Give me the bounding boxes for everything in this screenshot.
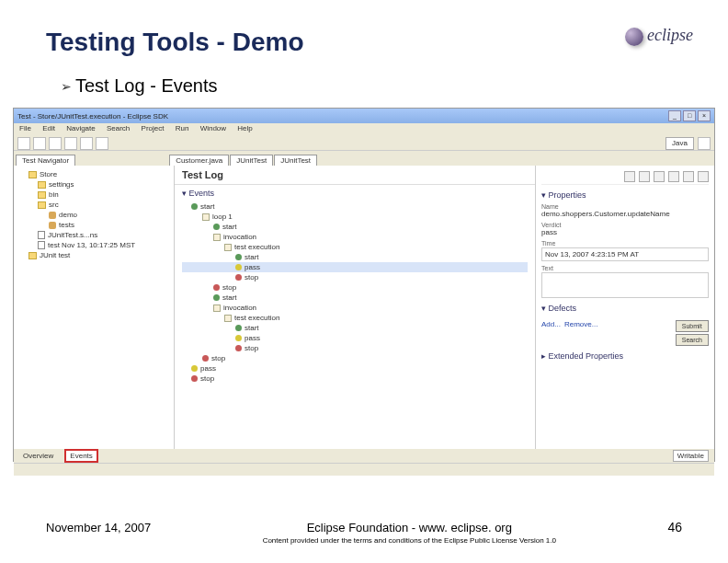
file-icon [38,231,45,239]
eclipse-screenshot: Test - Store/JUnitTest.execution - Eclip… [13,108,715,462]
toolbar-button[interactable] [49,137,62,150]
tab-item[interactable]: Test Navigator [16,155,75,166]
panel-icon[interactable] [639,171,650,182]
event-dot-icon [191,203,198,210]
tree-item[interactable]: demo [17,210,170,220]
event-item[interactable]: test execution [182,242,528,252]
time-label: Time [541,240,709,247]
close-button[interactable]: × [698,110,711,121]
text-label: Text [541,265,709,271]
slide-title: Testing Tools - Demo [46,28,682,57]
bullet-text: Test Log - Events [75,75,218,97]
event-item[interactable]: stop [182,373,528,384]
tab-events[interactable]: Events [64,449,97,463]
event-label: stop [245,344,258,352]
menu-search[interactable]: Search [107,124,130,132]
search-button[interactable]: Search [676,334,709,346]
tab-overview[interactable]: Overview [19,451,57,461]
panel-icon[interactable] [668,171,679,182]
event-item[interactable]: stop [182,353,528,363]
tree-item-label: Store [40,170,57,178]
event-item[interactable]: start [182,201,528,212]
tree-item[interactable]: JUnitTest.s...ns [17,230,170,240]
event-item[interactable]: pass [182,363,528,373]
tree-item-label: tests [59,221,74,229]
properties-title: ▾ Properties [541,190,709,200]
panel-icon[interactable] [698,171,709,182]
maximize-button[interactable]: □ [683,110,696,121]
status-writable: Writable [673,450,709,462]
menu-help[interactable]: Help [237,124,252,132]
text-value [541,272,709,298]
toolbar-button[interactable] [33,137,46,150]
tree-item-label: bin [49,190,59,199]
event-item[interactable]: stop [182,272,528,282]
folder-icon [28,252,37,259]
tree-item[interactable]: Store [17,169,170,179]
event-item[interactable]: start [182,323,528,333]
folder-icon [28,171,37,178]
event-dot-icon [202,355,209,362]
panel-icon[interactable] [624,171,635,182]
verdict-label: Verdict [541,222,709,228]
event-label: invocation [223,233,256,241]
event-item[interactable]: stop [182,343,528,353]
verdict-value: pass [541,228,709,236]
tree-item[interactable]: test Nov 13, 10:17:25 MST [17,240,170,250]
event-item[interactable]: start [182,252,528,262]
defects-title: ▾ Defects [541,304,709,313]
event-label: start [222,223,237,231]
event-item[interactable]: start [182,293,528,303]
tree-item[interactable]: JUnit test [17,250,170,260]
minimize-button[interactable]: _ [668,110,681,121]
menu-project[interactable]: Project [142,124,165,132]
panel-icon[interactable] [654,171,665,182]
perspective-switcher[interactable] [698,137,711,150]
status-bar [14,463,714,476]
add-link[interactable]: Add... [541,320,561,346]
toolbar-button[interactable] [17,137,30,150]
tab-item[interactable]: JUnitTest [274,155,317,166]
event-label: test execution [234,243,279,251]
event-dot-icon [235,345,242,351]
event-item[interactable]: loop 1 [182,212,528,222]
menu-window[interactable]: Window [200,124,226,132]
toolbar-button[interactable] [96,137,108,150]
menu-run[interactable]: Run [176,124,189,132]
event-item[interactable]: stop [182,282,528,293]
tree-item[interactable]: src [17,200,170,210]
menu-edit[interactable]: Edit [42,124,55,132]
event-box-icon [224,315,232,322]
event-dot-icon [235,274,242,281]
menu-file[interactable]: File [19,124,31,132]
footer-date: November 14, 2007 [46,521,151,534]
remove-link[interactable]: Remove... [564,320,597,346]
submit-button[interactable]: Submit [676,320,709,332]
toolbar: Java [14,136,714,151]
tab-item[interactable]: JUnitTest [230,155,273,166]
tree-item[interactable]: settings [17,179,170,190]
event-item[interactable]: invocation [182,303,528,313]
event-box-icon [224,244,232,251]
tab-item[interactable]: Customer.java [169,155,229,166]
bottom-tabs: Overview Events Writable [14,449,714,463]
window-title: Test - Store/JUnitTest.execution - Eclip… [17,112,168,121]
event-item[interactable]: pass [182,262,528,272]
event-item[interactable]: start [182,222,528,232]
event-item[interactable]: invocation [182,232,528,242]
event-item[interactable]: test execution [182,313,528,323]
event-label: start [222,293,237,302]
properties-panel: ▾ Properties Name demo.shoppers.Customer… [535,166,714,449]
tree-item-label: demo [59,211,77,219]
perspective-java[interactable]: Java [665,137,694,150]
folder-icon [38,201,46,209]
event-item[interactable]: pass [182,333,528,343]
menu-navigate[interactable]: Navigate [66,124,96,132]
panel-icon[interactable] [683,171,694,182]
tree-item[interactable]: bin [17,190,170,200]
toolbar-button[interactable] [64,137,77,150]
event-dot-icon [235,335,242,341]
tree-item[interactable]: tests [17,220,170,230]
toolbar-button[interactable] [80,137,93,150]
event-dot-icon [213,294,220,301]
